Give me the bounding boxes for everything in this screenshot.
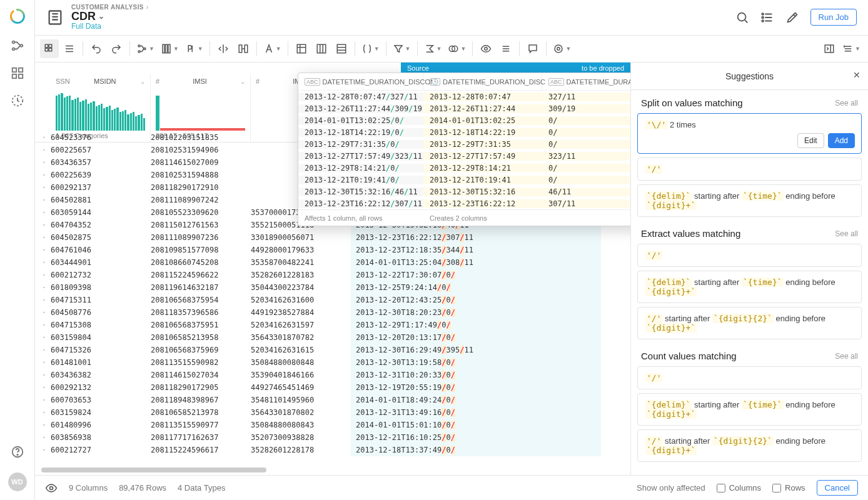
svg-point-3 [12,41,14,44]
suggestion-item[interactable]: '\/' 2 timesEditAdd [637,113,862,154]
see-all-link[interactable]: See all [835,99,858,108]
svg-rect-26 [165,44,167,53]
table-row[interactable]: ·604761046208109851577098449280001796332… [35,244,630,256]
redo-button[interactable] [107,39,126,58]
pivot-button[interactable] [292,39,311,58]
svg-rect-29 [245,45,248,52]
undo-button[interactable] [87,39,106,58]
panel-toggle-1-button[interactable] [820,39,839,58]
svg-rect-8 [12,74,16,78]
table-row[interactable]: ·600212727208115224596617352826012281782… [35,444,630,456]
chevron-down-icon: ⌄ [240,78,245,85]
caret-down-icon: ⌄ [98,12,104,21]
nest-button[interactable]: ▼ [359,39,382,58]
suggestion-section-title: Split on values matching [641,98,743,108]
history-icon[interactable] [11,94,24,108]
table-row[interactable]: ·603856938208117717162637352073009388282… [35,431,630,444]
suggestion-item[interactable]: '/' [637,244,862,267]
dataset-name[interactable]: CDR⌄ [71,11,151,23]
add-button[interactable]: Add [828,133,855,148]
breadcrumb[interactable]: CUSTOMER ANALYSIS› [71,4,151,11]
status-affected-label: Show only affected [637,483,705,492]
suggestion-item[interactable]: '/' [637,366,862,389]
svg-point-22 [138,45,140,47]
status-bar: 9 Columns 89,476 Rows 4 Data Types Show … [35,475,868,500]
table-row[interactable]: ·604715326208106568375969520341626316152… [35,344,630,356]
text-format-button[interactable]: ▼ [261,39,284,58]
panel-toggle-2-button[interactable]: ▼ [840,39,863,58]
table-row[interactable]: ·603444901208108660745208353587004822412… [35,256,630,269]
table-row[interactable]: ·600212732208115224596622352826012281832… [35,269,630,281]
aggregate-button[interactable]: ▼ [421,39,445,58]
grid-apps-icon[interactable] [11,66,24,80]
suggestion-item[interactable]: `{delim}` starting after `{time}` ending… [637,271,862,303]
search-icon[interactable] [735,11,749,24]
table-row[interactable]: ·604502875208111089907236330189000560712… [35,231,630,244]
table-row[interactable]: ·604715311208106568375954520341626316002… [35,294,630,306]
svg-point-36 [555,45,562,52]
format-button[interactable]: ▼ [183,39,206,58]
svg-point-2 [9,9,24,24]
join-button[interactable]: ▼ [445,39,468,58]
svg-rect-38 [825,45,834,52]
comment-button[interactable] [523,39,542,58]
suggestion-item[interactable]: '/' starting after `{digit}{2}` ending b… [637,307,862,339]
view-list-button[interactable] [60,39,79,58]
avatar[interactable]: WD [8,472,27,491]
merge-cols-button[interactable] [234,39,253,58]
suggestion-item[interactable]: '/' [637,158,862,181]
table-row[interactable]: ·601809398208119614632187350443002237842… [35,281,630,294]
split-cols-button[interactable] [214,39,233,58]
suggestions-title: Suggestions [725,71,774,81]
unpivot-button[interactable] [312,39,331,58]
table-row[interactable]: ·601481001208113515590982350848800808482… [35,356,630,369]
close-icon[interactable]: ✕ [853,70,860,80]
structure-button[interactable]: ▼ [134,39,157,58]
status-columns: 9 Columns [69,483,108,492]
svg-rect-20 [45,48,48,51]
clock-type-icon: 🕒 [430,78,440,86]
transpose-button[interactable] [332,39,351,58]
see-all-link[interactable]: See all [835,229,858,238]
color-picker-icon[interactable] [785,11,799,24]
target-button[interactable]: ▼ [550,39,573,58]
svg-rect-31 [317,44,326,53]
data-grid[interactable]: Source to be dropped SSNMSIDN⌄ 1,937 Cat… [35,62,630,475]
toolbar: ▼ ▼ ▼ ▼ ▼ ▼ ▼ ▼ ▼ [35,35,868,62]
run-job-button[interactable]: Run Job [810,9,857,26]
table-row[interactable]: ·600703653208118948398967354811014959602… [35,394,630,406]
table-row[interactable]: ·603159804208106585213958356433018707822… [35,331,630,344]
filter-button[interactable]: ▼ [390,39,413,58]
preview-button[interactable] [477,39,495,58]
checkbox-rows[interactable]: Rows [772,483,805,492]
svg-rect-6 [12,68,16,72]
help-icon[interactable] [11,445,24,459]
eye-icon[interactable] [45,482,58,494]
column-ops-button[interactable]: ▼ [158,39,181,58]
svg-point-24 [144,48,146,50]
table-row[interactable]: ·601480996208113515590977350848800808432… [35,419,630,431]
edit-button[interactable]: Edit [797,133,824,148]
svg-point-5 [20,44,23,47]
flow-icon[interactable] [11,39,24,52]
checkbox-columns[interactable]: Columns [717,483,761,492]
recipe-list-icon[interactable] [760,11,774,24]
table-row[interactable]: ·600292132208118290172905449274654514692… [35,381,630,394]
horizontal-scrollbar[interactable] [41,468,266,472]
table-row[interactable]: ·604508776208118357396586449192385278842… [35,306,630,319]
svg-point-17 [762,20,764,22]
left-rail: WD [0,0,35,500]
table-row[interactable]: ·603436382208114615027034353904018461662… [35,369,630,381]
lines-button[interactable] [497,39,515,58]
see-all-link[interactable]: See all [835,352,858,361]
suggestion-item[interactable]: '/' starting after `{digit}{2}` ending b… [637,429,862,462]
dataset-sub[interactable]: Full Data [71,22,151,31]
table-row[interactable]: ·603159824208106585213978356433018708022… [35,406,630,419]
view-grid-button[interactable] [40,39,59,58]
dataset-icon [46,9,64,26]
suggestion-item[interactable]: `{delim}` starting after `{time}` ending… [637,393,862,426]
table-row[interactable]: ·604715308208106568375951520341626315972… [35,319,630,331]
svg-point-12 [17,454,18,455]
suggestion-item[interactable]: `{delim}` starting after `{time}` ending… [637,184,862,217]
cancel-button[interactable]: Cancel [817,480,858,496]
